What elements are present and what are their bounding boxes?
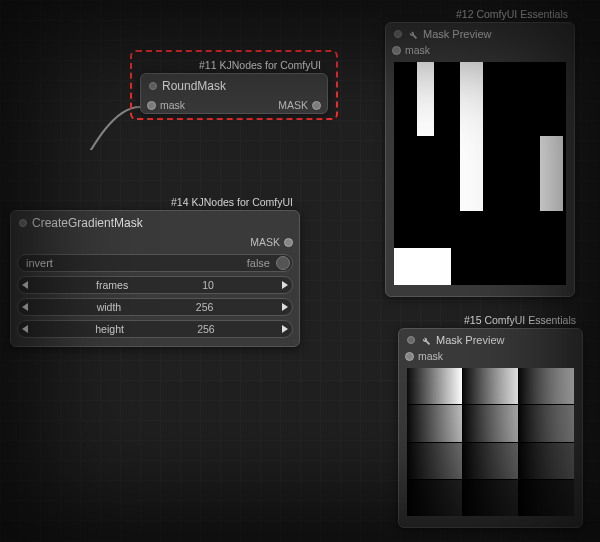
preview-image (407, 368, 574, 516)
output-port-mask[interactable] (284, 238, 293, 247)
increment-icon[interactable] (282, 281, 288, 289)
node-title-text: Mask Preview (423, 28, 491, 40)
input-port-mask[interactable] (392, 46, 401, 55)
node-tag: #11 KJNodes for ComfyUI (199, 59, 321, 71)
collapse-icon[interactable] (407, 336, 415, 344)
node-tag: #15 ComfyUI Essentials (464, 314, 576, 326)
widget-frames[interactable]: frames 10 (17, 276, 293, 294)
preview-image (394, 62, 566, 285)
node-tag: #12 ComfyUI Essentials (456, 8, 568, 20)
widget-label: height (89, 323, 130, 335)
node-title[interactable]: RoundMask (141, 74, 327, 97)
decrement-icon[interactable] (22, 281, 28, 289)
input-port-mask[interactable] (405, 352, 414, 361)
widget-value: 256 (190, 301, 220, 313)
node-mask-preview-15[interactable]: #15 ComfyUI Essentials Mask Preview mask (398, 328, 583, 528)
collapse-icon[interactable] (394, 30, 402, 38)
output-port-mask[interactable] (312, 101, 321, 110)
node-mask-preview-12[interactable]: #12 ComfyUI Essentials Mask Preview mask (385, 22, 575, 297)
widget-label: width (91, 301, 128, 313)
node-title-text: Mask Preview (436, 334, 504, 346)
widget-invert[interactable]: invert false (17, 254, 293, 272)
collapse-icon[interactable] (149, 82, 157, 90)
decrement-icon[interactable] (22, 325, 28, 333)
widget-label: frames (90, 279, 134, 291)
widget-value: false (241, 257, 276, 269)
node-title[interactable]: Mask Preview (399, 329, 582, 348)
input-label: mask (418, 350, 443, 362)
node-title[interactable]: CreateGradientMask (11, 211, 299, 234)
decrement-icon[interactable] (22, 303, 28, 311)
output-label: MASK (250, 236, 280, 248)
wrench-icon (420, 335, 431, 346)
input-label: mask (405, 44, 430, 56)
node-title[interactable]: Mask Preview (386, 23, 574, 42)
increment-icon[interactable] (282, 303, 288, 311)
widget-value: 10 (196, 279, 220, 291)
node-creategradientmask[interactable]: #14 KJNodes for ComfyUI CreateGradientMa… (10, 210, 300, 347)
widget-label: invert (20, 257, 241, 269)
input-label: mask (160, 99, 185, 111)
node-title-text: RoundMask (162, 79, 226, 93)
widget-width[interactable]: width 256 (17, 298, 293, 316)
node-title-text: CreateGradientMask (32, 216, 143, 230)
widget-height[interactable]: height 256 (17, 320, 293, 338)
collapse-icon[interactable] (19, 219, 27, 227)
output-label: MASK (278, 99, 308, 111)
input-port-mask[interactable] (147, 101, 156, 110)
toggle-knob-icon[interactable] (276, 256, 290, 270)
wrench-icon (407, 29, 418, 40)
widget-value: 256 (191, 323, 221, 335)
node-tag: #14 KJNodes for ComfyUI (171, 196, 293, 208)
node-roundmask[interactable]: #11 KJNodes for ComfyUI RoundMask mask M… (140, 73, 328, 114)
increment-icon[interactable] (282, 325, 288, 333)
